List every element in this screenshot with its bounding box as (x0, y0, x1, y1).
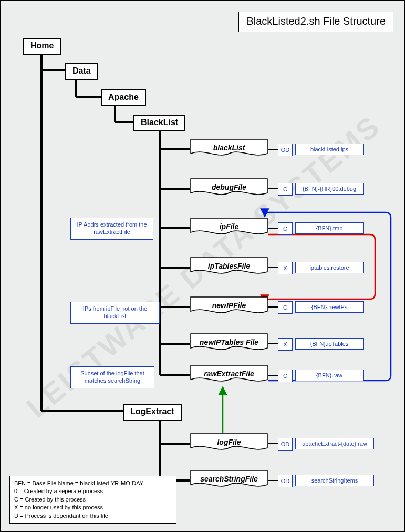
note-ipFile: IP Addrs extracted from the rawExtractFi… (70, 218, 153, 240)
code-logFile: OD (278, 438, 293, 451)
note-newIPFile: IPs from ipFile not on the blackList (70, 302, 160, 324)
fname-ipTablesFile: iptables.restore (295, 262, 364, 273)
file-ipTablesFile: ipTablesFile (190, 257, 268, 278)
legend-bfn: BFN = Base File Name = blackListed-YR-MO… (14, 479, 172, 487)
code-ipFile: C (278, 222, 293, 235)
fname-newIPFile: {BFN}.newIPs (295, 301, 364, 313)
folder-logextract: LogExtract (123, 404, 182, 421)
code-rawExtractFile: C (278, 370, 293, 382)
fname-searchStringFile: searchStringItems (295, 475, 374, 486)
folder-blacklist: BlackList (133, 115, 185, 131)
folder-home: Home (23, 38, 61, 55)
note-rawExtractFile: Subset of the logFile that matches searc… (70, 366, 154, 388)
code-searchStringFile: OD (278, 475, 293, 487)
folder-data: Data (65, 63, 98, 80)
file-label: ipFile (190, 218, 268, 236)
diagram-title: BlackListed2.sh File Structure (238, 12, 393, 32)
legend-x: X = no longer used by this process (14, 504, 172, 511)
file-newIPTablesFile: newIPTables File (190, 333, 268, 354)
file-label: debugFile (190, 178, 268, 196)
file-label: logFile (190, 433, 268, 451)
page: LEISTWARE DATA SYSTEMS (0, 0, 405, 532)
legend: BFN = Base File Name = blackListed-YR-MO… (9, 476, 176, 524)
fname-newIPTablesFile: {BFN}.ipTables (295, 338, 364, 350)
legend-o: 0 = Created by a seperate process (14, 487, 172, 495)
file-searchStringFile: searchStringFile (190, 470, 268, 491)
file-label: ipTablesFile (190, 257, 268, 275)
file-label: newIPFile (190, 296, 268, 314)
fname-blackList: blackListed.ips (295, 144, 364, 155)
code-blackList: OD (278, 144, 293, 156)
file-label: newIPTables File (190, 333, 268, 351)
file-logFile: logFile (190, 433, 268, 454)
diagram-frame: LEISTWARE DATA SYSTEMS (7, 7, 399, 526)
file-newIPFile: newIPFile (190, 296, 268, 318)
code-newIPFile: C (278, 301, 293, 314)
file-debugFile: debugFile (190, 178, 268, 199)
fname-debugFile: {BFN}-{HR}00.debug (295, 183, 364, 195)
legend-c: C = Created by this process (14, 496, 172, 504)
file-ipFile: ipFile (190, 218, 268, 239)
file-label: rawExtractFile (190, 365, 268, 383)
code-debugFile: C (278, 183, 293, 196)
file-label: blackList (190, 139, 268, 157)
file-label: searchStringFile (190, 470, 268, 488)
file-blackList: blackList (190, 139, 268, 160)
legend-d: D = Process is dependant on this file (14, 512, 172, 520)
code-ipTablesFile: X (278, 262, 293, 274)
fname-rawExtractFile: {BFN}.raw (295, 370, 364, 381)
fname-logFile: apacheExtract-{date}.raw (295, 438, 374, 449)
fname-ipFile: {BFN}.tmp (295, 222, 364, 234)
code-newIPTablesFile: X (278, 338, 293, 351)
file-rawExtractFile: rawExtractFile (190, 365, 268, 386)
folder-apache: Apache (101, 89, 146, 106)
